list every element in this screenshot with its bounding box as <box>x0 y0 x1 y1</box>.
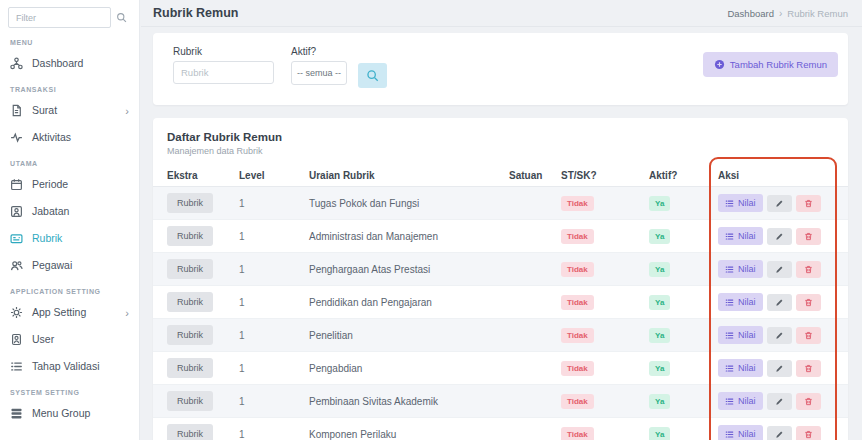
table-subtitle: Manajemen data Rubrik <box>153 143 848 164</box>
nilai-button[interactable]: Nilai <box>718 293 763 311</box>
edit-button[interactable] <box>767 360 792 377</box>
nilai-button[interactable]: Nilai <box>718 392 763 410</box>
level-cell: 1 <box>239 198 309 209</box>
search-icon <box>366 69 379 82</box>
nilai-button[interactable]: Nilai <box>718 194 763 212</box>
ekstra-rubrik-button[interactable]: Rubrik <box>167 424 213 440</box>
level-cell: 1 <box>239 396 309 407</box>
calendar-icon <box>10 178 23 191</box>
sidebar-item-pegawai[interactable]: Pegawai <box>0 252 139 279</box>
uraian-cell: Administrasi dan Manajemen <box>309 231 509 242</box>
sidebar-item-app-setting[interactable]: App Setting › <box>0 299 139 326</box>
nilai-button-label: Nilai <box>738 297 756 307</box>
delete-button[interactable] <box>796 261 821 278</box>
ekstra-rubrik-button[interactable]: Rubrik <box>167 193 213 213</box>
aktif-select[interactable]: -- semua -- <box>291 61 347 85</box>
aktif-badge: Ya <box>649 394 670 409</box>
rubrik-field-label: Rubrik <box>173 46 274 57</box>
delete-button[interactable] <box>796 327 821 344</box>
sidebar-item-jabatan[interactable]: Jabatan <box>0 198 139 225</box>
nilai-button[interactable]: Nilai <box>718 260 763 278</box>
uraian-cell: Penghargaan Atas Prestasi <box>309 264 509 275</box>
column-header-satuan: Satuan <box>509 170 561 181</box>
page-title: Rubrik Remun <box>153 6 238 20</box>
table-row: Rubrik 1 Penghargaan Atas Prestasi Tidak… <box>153 253 848 286</box>
sidebar-filter-input[interactable] <box>8 7 111 28</box>
sidebar-section-label: SYSTEM SETTING <box>0 380 139 400</box>
aktif-badge: Ya <box>649 328 670 343</box>
aktif-badge: Ya <box>649 295 670 310</box>
table-row: Rubrik 1 Tugas Pokok dan Fungsi Tidak Ya… <box>153 187 848 220</box>
ekstra-rubrik-button[interactable]: Rubrik <box>167 226 213 246</box>
edit-button[interactable] <box>767 195 792 212</box>
level-cell: 1 <box>239 264 309 275</box>
table-row: Rubrik 1 Administrasi dan Manajemen Tida… <box>153 220 848 253</box>
nilai-button[interactable]: Nilai <box>718 425 763 440</box>
edit-button[interactable] <box>767 393 792 410</box>
edit-button[interactable] <box>767 261 792 278</box>
ekstra-rubrik-button[interactable]: Rubrik <box>167 391 213 411</box>
breadcrumb-separator-icon: › <box>779 8 782 19</box>
file-icon <box>10 104 23 117</box>
server-icon <box>10 407 23 420</box>
table-body: Rubrik 1 Tugas Pokok dan Fungsi Tidak Ya… <box>153 187 848 440</box>
chevron-right-icon: › <box>125 106 129 116</box>
delete-button[interactable] <box>796 294 821 311</box>
trash-icon <box>804 430 813 439</box>
edit-button[interactable] <box>767 294 792 311</box>
nilai-button-label: Nilai <box>738 264 756 274</box>
sidebar-item-aktivitas[interactable]: Aktivitas <box>0 124 139 151</box>
aktif-badge: Ya <box>649 229 670 244</box>
list-icon <box>725 331 734 340</box>
aktif-badge: Ya <box>649 196 670 211</box>
search-button[interactable] <box>358 63 387 88</box>
users-icon <box>10 259 23 272</box>
list-icon <box>725 397 734 406</box>
add-button-label: Tambah Rubrik Remun <box>730 59 827 70</box>
search-icon <box>116 12 127 23</box>
delete-button[interactable] <box>796 195 821 212</box>
sidebar-item-user[interactable]: User <box>0 326 139 353</box>
sidebar-section-label: TRANSAKSI <box>0 77 139 97</box>
pencil-icon <box>775 430 784 439</box>
sidebar-item-tahap-validasi[interactable]: Tahap Validasi <box>0 353 139 380</box>
column-header-ekstra: Ekstra <box>167 170 239 181</box>
ekstra-rubrik-button[interactable]: Rubrik <box>167 259 213 279</box>
delete-button[interactable] <box>796 228 821 245</box>
edit-button[interactable] <box>767 327 792 344</box>
page-header: Rubrik Remun Dashboard › Rubrik Remun <box>141 0 862 27</box>
trash-icon <box>804 199 813 208</box>
edit-button[interactable] <box>767 228 792 245</box>
nilai-button[interactable]: Nilai <box>718 359 763 377</box>
breadcrumb-dashboard-link[interactable]: Dashboard <box>727 8 773 19</box>
sidebar-item-surat[interactable]: Surat › <box>0 97 139 124</box>
sidebar-filter <box>8 7 131 28</box>
list-icon <box>725 265 734 274</box>
trash-icon <box>804 265 813 274</box>
sidebar-item-rubrik[interactable]: Rubrik <box>0 225 139 252</box>
nilai-button-label: Nilai <box>738 363 756 373</box>
aktif-badge: Ya <box>649 361 670 376</box>
table-row: Rubrik 1 Pengabdian Tidak Ya Nilai <box>153 352 848 385</box>
ekstra-rubrik-button[interactable]: Rubrik <box>167 358 213 378</box>
delete-button[interactable] <box>796 426 821 440</box>
rubrik-input[interactable] <box>173 61 274 84</box>
ekstra-rubrik-button[interactable]: Rubrik <box>167 325 213 345</box>
aktif-badge: Ya <box>649 427 670 440</box>
aktif-badge: Ya <box>649 262 670 277</box>
sidebar-item-periode[interactable]: Periode <box>0 171 139 198</box>
add-rubrik-remun-button[interactable]: Tambah Rubrik Remun <box>703 52 838 77</box>
stsk-badge: Tidak <box>561 229 594 244</box>
delete-button[interactable] <box>796 393 821 410</box>
nilai-button[interactable]: Nilai <box>718 326 763 344</box>
trash-icon <box>804 298 813 307</box>
main-content: Rubrik Remun Dashboard › Rubrik Remun Ru… <box>141 0 862 440</box>
pencil-icon <box>775 199 784 208</box>
delete-button[interactable] <box>796 360 821 377</box>
chevron-right-icon: › <box>125 308 129 318</box>
ekstra-rubrik-button[interactable]: Rubrik <box>167 292 213 312</box>
sidebar-item-dashboard[interactable]: Dashboard <box>0 50 139 77</box>
nilai-button[interactable]: Nilai <box>718 227 763 245</box>
edit-button[interactable] <box>767 426 792 440</box>
sidebar-item-menu-group[interactable]: Menu Group <box>0 400 139 427</box>
